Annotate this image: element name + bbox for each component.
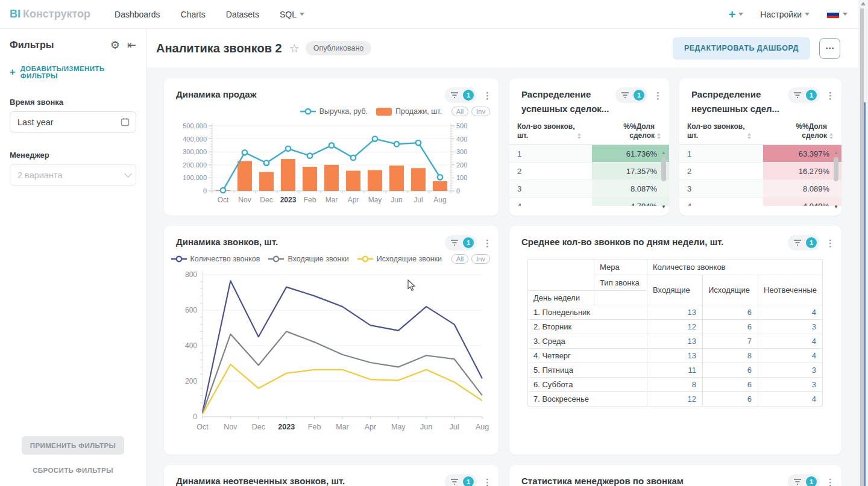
kebab-menu-icon[interactable]: ⋮ [826, 239, 833, 247]
manager-filter-select[interactable]: 2 варианта [10, 164, 136, 185]
scroll-up-arrow-icon[interactable]: ▲ [834, 150, 838, 156]
legend-pill-inv[interactable]: Inv [471, 254, 490, 264]
kebab-menu-icon[interactable]: ⋮ [483, 239, 490, 247]
legend-item[interactable]: Входящие звонки [268, 255, 348, 263]
page-scrollbar[interactable] [858, 0, 868, 486]
value-cell: 4 [758, 305, 823, 320]
chart-filter-button[interactable]: 1 [788, 474, 820, 486]
calls-count-cell: 4 [509, 198, 592, 206]
filter-count-badge: 1 [806, 237, 817, 248]
sales-combo-chart[interactable]: 0100,000200,000300,000400,000500,0000100… [169, 119, 494, 214]
legend-item[interactable]: Количество звонков [171, 255, 260, 263]
bar-swatch-icon [376, 108, 392, 116]
legend-pill-inv[interactable]: Inv [471, 107, 490, 116]
column-header[interactable]: Кол-во звонков,шт. [679, 122, 765, 140]
legend-item[interactable]: Исходящие звонки [357, 255, 442, 263]
kebab-menu-icon[interactable]: ⋮ [483, 92, 490, 99]
legend-pill-all[interactable]: All [451, 107, 468, 116]
kebab-menu-icon[interactable]: ⋮ [826, 92, 833, 99]
pivot-column-header[interactable]: Неотвеченные [758, 275, 823, 305]
settings-menu-button[interactable]: Настройки [760, 10, 810, 19]
nav-item-dashboards[interactable]: Dashboards [115, 10, 160, 19]
value-cell: 6 [703, 320, 758, 334]
column-header[interactable]: Кол-во звонков,шт. [509, 122, 594, 140]
edit-dashboard-button[interactable]: РЕДАКТИРОВАТЬ ДАШБОРД [673, 37, 810, 60]
pivot-data-row: 4. Четверг1384 [528, 349, 823, 363]
sort-icon[interactable] [747, 133, 751, 139]
nav-item-datasets[interactable]: Datasets [226, 10, 259, 19]
card-title: Распределение неуспешных сдел... [691, 87, 788, 116]
scroll-down-arrow-icon[interactable]: ▼ [834, 204, 838, 210]
sort-icon[interactable] [829, 133, 833, 139]
table-scrollbar[interactable]: ▲▼ [660, 150, 667, 210]
pivot-column-header[interactable]: Исходящие [703, 275, 758, 305]
chart-filter-button[interactable]: 1 [788, 87, 820, 103]
kebab-menu-icon[interactable]: ⋮ [483, 478, 490, 486]
pivot-data-row: 1. Понедельник1364 [528, 305, 823, 320]
filter-count-badge: 1 [463, 237, 474, 248]
column-header[interactable]: %%Долясделок [594, 122, 669, 140]
scroll-down-arrow-icon[interactable]: ▼ [661, 204, 666, 210]
scrollbar-thumb[interactable] [864, 102, 866, 486]
add-menu-button[interactable]: + [729, 8, 744, 20]
value-cell: 13 [647, 334, 703, 349]
legend-label: Исходящие звонки [377, 255, 442, 263]
svg-text:Jul: Jul [414, 196, 423, 204]
chart-filter-button[interactable]: 1 [615, 87, 647, 103]
reset-filters-button[interactable]: СБРОСИТЬ ФИЛЬТРЫ [0, 467, 146, 474]
table-row: 161.736% [509, 145, 669, 163]
legend-label: Продажи, шт. [395, 107, 442, 116]
favorite-star-icon[interactable]: ☆ [289, 42, 300, 55]
value-cell: 4 [758, 392, 823, 407]
table-row: 38.087% [509, 180, 669, 198]
more-actions-button[interactable]: ⋯ [819, 38, 840, 59]
table-row: 44.049% [679, 198, 841, 206]
collapse-sidebar-icon[interactable]: ⇤ [127, 40, 136, 51]
deal-share-cell: 4.049% [763, 198, 841, 206]
plus-icon: + [10, 67, 16, 78]
card-avg-calls-by-weekday: Среднее кол-во звонков по дням недели, ш… [509, 226, 841, 455]
sort-icon[interactable] [657, 133, 661, 139]
kebab-menu-icon[interactable]: ⋮ [826, 478, 833, 486]
svg-text:Jun: Jun [420, 423, 432, 431]
chart-filter-button[interactable]: 1 [445, 474, 477, 486]
nav-item-charts[interactable]: Charts [181, 10, 206, 19]
measure-value-cell: Количество звонков [647, 260, 823, 275]
nav-item-sql[interactable]: SQL [280, 10, 304, 19]
table-header: Кол-во звонков,шт.%%Долясделок [679, 122, 841, 145]
logo-bi: BI [10, 8, 20, 20]
kebab-menu-icon[interactable]: ⋮ [653, 92, 661, 99]
sort-icon[interactable] [577, 133, 581, 139]
legend-item[interactable]: Выручка, руб. [300, 107, 368, 116]
calls-line-chart[interactable]: 0200400600800OctNovDec2023FebMarAprMayJu… [169, 266, 494, 442]
legend-pill-all[interactable]: All [451, 254, 468, 264]
value-cell: 8 [647, 378, 703, 392]
filter-icon [621, 92, 629, 99]
scrollbar-thumb[interactable] [661, 157, 666, 181]
card-sales-dynamics: Динамика продаж 1 ⋮ Выручка, руб.Продажи… [164, 78, 498, 216]
scrollbar-thumb[interactable] [834, 157, 838, 181]
svg-text:400: 400 [456, 136, 467, 143]
legend-item[interactable]: Продажи, шт. [376, 107, 442, 116]
scroll-up-arrow-icon[interactable]: ▲ [661, 150, 666, 156]
table-row: 216.279% [679, 163, 841, 180]
gear-icon[interactable]: ⚙ [110, 40, 120, 51]
legend-label: Входящие звонки [288, 255, 348, 263]
app-logo[interactable]: BIКонструктор [10, 8, 90, 20]
pivot-column-header[interactable]: Входящие [647, 275, 703, 305]
scroll-up-arrow-icon[interactable] [861, 2, 866, 5]
svg-text:May: May [391, 423, 406, 431]
column-header[interactable]: %%Долясделок [765, 122, 841, 140]
call-type-label-cell: Тип звонка [594, 275, 647, 291]
table-scrollbar[interactable]: ▲▼ [832, 150, 840, 210]
calls-count-cell: 3 [509, 180, 592, 197]
chart-filter-button[interactable]: 1 [445, 87, 477, 103]
add-edit-filters-button[interactable]: + ДОБАВИТЬ/ИЗМЕНИТЬ ФИЛЬТРЫ [10, 65, 136, 79]
filter-icon [450, 239, 459, 246]
language-menu-button[interactable] [826, 10, 848, 19]
chart-filter-button[interactable]: 1 [445, 235, 477, 251]
chart-filter-button[interactable]: 1 [788, 235, 820, 251]
time-filter-input[interactable]: Last year [10, 111, 136, 132]
apply-filters-button[interactable]: ПРИМЕНИТЬ ФИЛЬТРЫ [22, 436, 124, 455]
pivot-data-row: 3. Среда1374 [528, 334, 823, 349]
